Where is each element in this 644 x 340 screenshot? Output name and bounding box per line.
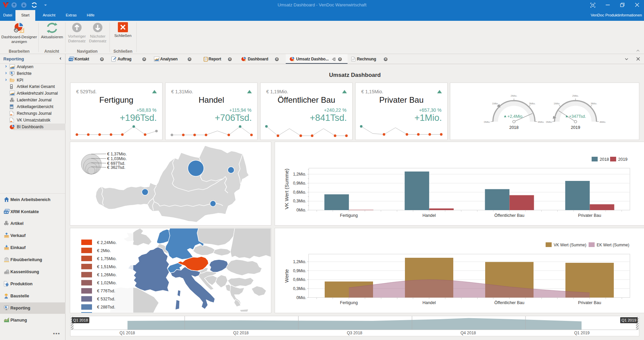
svg-text:Q1 2018: Q1 2018 xyxy=(120,331,135,335)
svg-text:VK Wert (Summe): VK Wert (Summe) xyxy=(284,168,289,209)
svg-text:€ 1,37Mio.: € 1,37Mio. xyxy=(107,152,127,156)
svg-text:€ 2,24Mio.: € 2,24Mio. xyxy=(97,240,117,245)
svg-text:EK Wert (Summe): EK Wert (Summe) xyxy=(597,243,629,247)
svg-text:0,6Mio.: 0,6Mio. xyxy=(293,190,306,195)
svg-text:Handel: Handel xyxy=(422,213,436,218)
svg-text:1Mio.: 1Mio. xyxy=(492,102,499,105)
svg-text:€ 776Tsd.: € 776Tsd. xyxy=(97,289,115,293)
svg-text:Öffentlicher Bau: Öffentlicher Bau xyxy=(494,300,524,305)
svg-text:VK Wert (Summe): VK Wert (Summe) xyxy=(554,243,586,247)
svg-text:€ 1,26Mio.: € 1,26Mio. xyxy=(97,273,117,277)
svg-text:1,2Mio.: 1,2Mio. xyxy=(293,259,306,264)
svg-text:Öffentlicher Bau: Öffentlicher Bau xyxy=(494,213,524,218)
svg-text:0Mio.: 0Mio. xyxy=(296,208,306,212)
svg-text:1Mio.: 1Mio. xyxy=(554,102,560,105)
svg-text:Q3 2018: Q3 2018 xyxy=(347,331,362,335)
svg-text:2Mio.: 2Mio. xyxy=(572,94,579,97)
svg-text:Q2 2018: Q2 2018 xyxy=(233,331,248,335)
svg-text:2019: 2019 xyxy=(571,125,580,130)
svg-text:0Mio.: 0Mio. xyxy=(296,295,306,300)
svg-text:0Mio.: 0Mio. xyxy=(484,120,491,124)
svg-text:Privater Bau: Privater Bau xyxy=(578,300,601,305)
svg-text:€ 1,51Mio.: € 1,51Mio. xyxy=(97,264,117,269)
svg-text:4Mio.: 4Mio. xyxy=(599,120,606,124)
svg-text:Q1 2019: Q1 2019 xyxy=(622,318,636,322)
svg-text:3Mio.: 3Mio. xyxy=(591,102,597,105)
svg-text:Handel: Handel xyxy=(422,300,436,305)
svg-text:0,3Mio.: 0,3Mio. xyxy=(293,286,306,291)
svg-text:Fertigung: Fertigung xyxy=(340,213,358,218)
svg-text:€ 1,02Mio.: € 1,02Mio. xyxy=(97,281,117,285)
svg-text:4Mio.: 4Mio. xyxy=(538,120,545,124)
svg-text:Fertigung: Fertigung xyxy=(340,300,358,305)
svg-text:3Mio.: 3Mio. xyxy=(529,102,536,105)
svg-text:Q1 2019: Q1 2019 xyxy=(574,331,590,335)
svg-text:0,9Mio.: 0,9Mio. xyxy=(293,181,306,186)
svg-text:+347Tsd.: +347Tsd. xyxy=(569,114,586,119)
svg-text:€ 288Tsd.: € 288Tsd. xyxy=(97,305,115,309)
svg-text:€ 2Mio.: € 2Mio. xyxy=(97,248,111,253)
svg-text:Q4 2018: Q4 2018 xyxy=(460,331,476,335)
svg-text:0,3Mio.: 0,3Mio. xyxy=(293,199,306,203)
svg-text:1,2Mio.: 1,2Mio. xyxy=(293,172,306,177)
svg-text:2Mio.: 2Mio. xyxy=(511,94,517,97)
svg-text:€ 362Tsd.: € 362Tsd. xyxy=(107,165,125,170)
svg-text:0,6Mio.: 0,6Mio. xyxy=(293,277,306,282)
svg-text:€ 532Tsd.: € 532Tsd. xyxy=(97,297,115,301)
svg-text:Werte: Werte xyxy=(284,269,289,283)
svg-text:2018: 2018 xyxy=(600,157,609,162)
svg-text:2019: 2019 xyxy=(618,157,628,162)
svg-text:0,9Mio.: 0,9Mio. xyxy=(293,269,306,273)
svg-text:€ 1,03Mio.: € 1,03Mio. xyxy=(107,156,127,161)
svg-text:+2,4Mio.: +2,4Mio. xyxy=(507,114,523,119)
svg-text:0Mio.: 0Mio. xyxy=(546,120,553,124)
svg-text:€ 1,75Mio.: € 1,75Mio. xyxy=(97,256,117,261)
svg-text:2018: 2018 xyxy=(509,125,519,130)
svg-text:Q1 2018: Q1 2018 xyxy=(73,318,88,322)
svg-text:Privater Bau: Privater Bau xyxy=(578,213,601,218)
